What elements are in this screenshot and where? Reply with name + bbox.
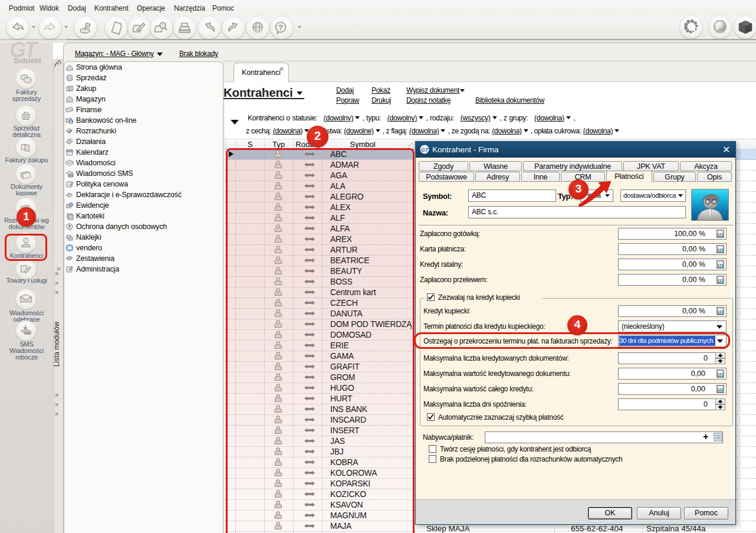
svg-text:SMS: SMS	[24, 331, 31, 335]
svg-text:SMS: SMS	[68, 174, 74, 177]
svg-text:?: ?	[278, 23, 283, 32]
svg-text:GT: GT	[421, 147, 429, 153]
